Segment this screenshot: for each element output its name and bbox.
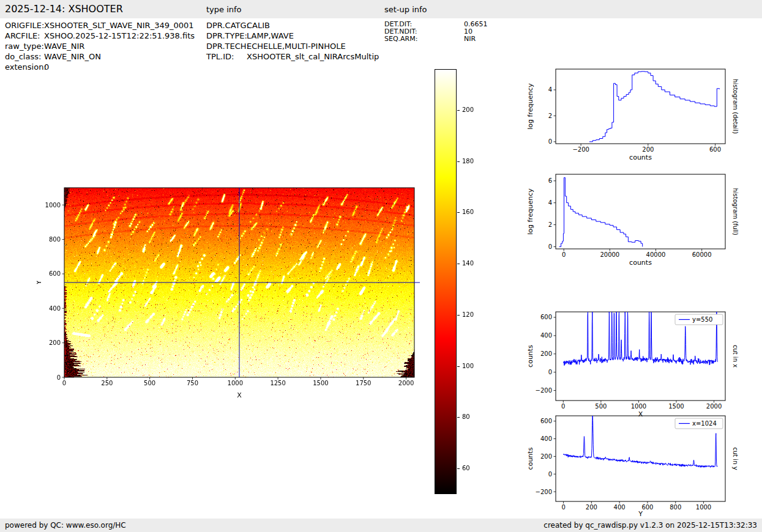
svg-text:200: 200: [586, 504, 597, 511]
svg-text:2000: 2000: [398, 380, 414, 386]
svg-text:200: 200: [49, 339, 61, 346]
colorbar-tick-label: 180: [462, 157, 474, 165]
svg-text:0: 0: [548, 369, 552, 375]
svg-text:X: X: [237, 391, 242, 399]
svg-text:600: 600: [540, 314, 552, 320]
svg-text:cut in y: cut in y: [732, 447, 739, 470]
meta-value: XSHOO.2025-12-15T12:22:51.938.fits: [44, 31, 195, 40]
colorbar-tick: [457, 161, 460, 162]
meta-row: ARCFILE:XSHOO.2025-12-15T12:22:51.938.fi…: [5, 31, 195, 41]
colorbar-tick-label: 100: [462, 362, 474, 370]
meta-row: SEQ.ARM:NIR: [384, 35, 488, 42]
colorbar-tick: [457, 212, 460, 213]
meta-row: TPL.ID:XSHOOTER_slt_cal_NIRArcsMultip: [206, 51, 379, 62]
svg-text:1000: 1000: [631, 403, 646, 410]
meta-row: extension:0: [5, 62, 195, 72]
svg-text:1000: 1000: [45, 202, 61, 209]
footer-qc-link[interactable]: powered by QC: www.eso.org/HC: [5, 521, 126, 530]
svg-text:0: 0: [561, 403, 565, 410]
colorbar-tick-label: 200: [462, 106, 474, 114]
type-info-block: DPR.CATG:CALIBDPR.TYPE:LAMP,WAVEDPR.TECH…: [206, 20, 379, 62]
footer-bar: powered by QC: www.eso.org/HC created by…: [0, 519, 762, 532]
svg-text:200: 200: [540, 453, 552, 460]
page-title: 2025-12-14: XSHOOTER: [5, 3, 123, 15]
svg-text:cut in x: cut in x: [732, 345, 739, 368]
histogram-full-panel: 02000040000600000246countslog frequencyh…: [523, 169, 749, 275]
colorbar-tick-label: 140: [462, 259, 474, 267]
meta-value: ECHELLE,MULTI-PINHOLE: [247, 42, 346, 51]
svg-text:600: 600: [641, 504, 653, 511]
meta-row: DET.NDIT:10: [384, 28, 488, 35]
svg-text:4: 4: [548, 86, 552, 93]
meta-label: DPR.TYPE:: [206, 31, 247, 40]
svg-text:200: 200: [540, 350, 552, 357]
cut-in-y-panel: 02004006008001000−2000200400600Ycountscu…: [523, 411, 749, 519]
svg-text:800: 800: [670, 504, 681, 511]
setup-info-heading: set-up info: [384, 5, 427, 14]
svg-text:400: 400: [540, 435, 552, 442]
histogram-detail-panel: −200200600024countslog frequencyhistogra…: [523, 64, 749, 169]
svg-text:6: 6: [548, 177, 552, 184]
svg-text:2: 2: [548, 113, 552, 119]
meta-label: ARCFILE:: [5, 31, 44, 40]
meta-label: do_class:: [5, 52, 44, 61]
cut-in-y-plot: 02004006008001000−2000200400600Ycountscu…: [523, 411, 749, 519]
cut-in-x-plot: 0500100015002000−2000200400600Xcountscut…: [523, 307, 749, 424]
svg-text:600: 600: [540, 418, 552, 424]
svg-text:counts: counts: [526, 447, 534, 470]
svg-text:log frequency: log frequency: [526, 83, 534, 130]
svg-text:−200: −200: [536, 387, 552, 394]
setup-info-block: DET.DIT:0.6651DET.NDIT:10SEQ.ARM:NIR: [384, 20, 488, 42]
meta-label: SEQ.ARM:: [384, 35, 464, 43]
svg-text:1500: 1500: [313, 380, 328, 386]
colorbar-tick: [457, 366, 460, 367]
svg-text:counts: counts: [629, 153, 652, 161]
svg-text:1750: 1750: [356, 380, 371, 386]
svg-text:600: 600: [49, 270, 61, 277]
svg-text:Y: Y: [638, 510, 643, 518]
svg-text:500: 500: [144, 380, 155, 386]
svg-text:0: 0: [562, 251, 566, 258]
svg-text:800: 800: [49, 236, 61, 243]
raw-frame-panel: 0250500750100012501500175020000200400600…: [37, 180, 441, 413]
svg-text:log frequency: log frequency: [526, 188, 534, 235]
svg-text:4: 4: [548, 199, 552, 206]
svg-text:200: 200: [642, 146, 654, 153]
meta-row: raw_type:WAVE_NIR: [5, 41, 195, 51]
svg-text:1250: 1250: [270, 380, 285, 386]
svg-text:−200: −200: [536, 489, 552, 495]
svg-text:40000: 40000: [646, 251, 666, 258]
svg-text:1000: 1000: [696, 504, 711, 511]
svg-text:750: 750: [187, 380, 198, 386]
colorbar-gradient: [435, 69, 457, 494]
meta-label: ORIGFILE:: [5, 21, 44, 30]
meta-value: WAVE_NIR: [44, 42, 84, 51]
svg-text:histogram (full): histogram (full): [732, 188, 739, 235]
svg-text:2000: 2000: [706, 403, 722, 410]
svg-text:2: 2: [548, 221, 552, 228]
svg-text:0: 0: [548, 243, 552, 250]
meta-value: WAVE_NIR_ON: [44, 52, 101, 61]
svg-text:counts: counts: [629, 259, 652, 267]
svg-text:400: 400: [540, 332, 552, 339]
meta-row: DET.DIT:0.6651: [384, 20, 488, 28]
svg-text:x=1024: x=1024: [692, 420, 717, 427]
colorbar: 2001801601401201008060: [435, 69, 484, 497]
svg-text:0: 0: [548, 471, 552, 478]
meta-value: XSHOOTER_slt_cal_NIRArcsMultip: [247, 52, 379, 61]
svg-text:counts: counts: [526, 345, 534, 368]
colorbar-tick: [457, 264, 460, 264]
meta-value: CALIB: [247, 21, 270, 30]
svg-text:400: 400: [614, 504, 626, 511]
file-info-block: ORIGFILE:XSHOOTER_SLT_WAVE_NIR_349_0001A…: [5, 20, 195, 72]
svg-text:250: 250: [101, 380, 113, 386]
svg-text:Y: Y: [37, 280, 43, 285]
meta-label: DPR.CATG:: [206, 21, 247, 30]
colorbar-tick-label: 80: [462, 413, 470, 421]
svg-text:histogram (detail): histogram (detail): [732, 79, 739, 134]
meta-row: do_class:WAVE_NIR_ON: [5, 51, 195, 62]
meta-row: ORIGFILE:XSHOOTER_SLT_WAVE_NIR_349_0001: [5, 20, 195, 31]
meta-value: XSHOOTER_SLT_WAVE_NIR_349_0001: [44, 21, 194, 30]
svg-text:0: 0: [548, 138, 552, 145]
meta-row: DPR.CATG:CALIB: [206, 20, 379, 31]
